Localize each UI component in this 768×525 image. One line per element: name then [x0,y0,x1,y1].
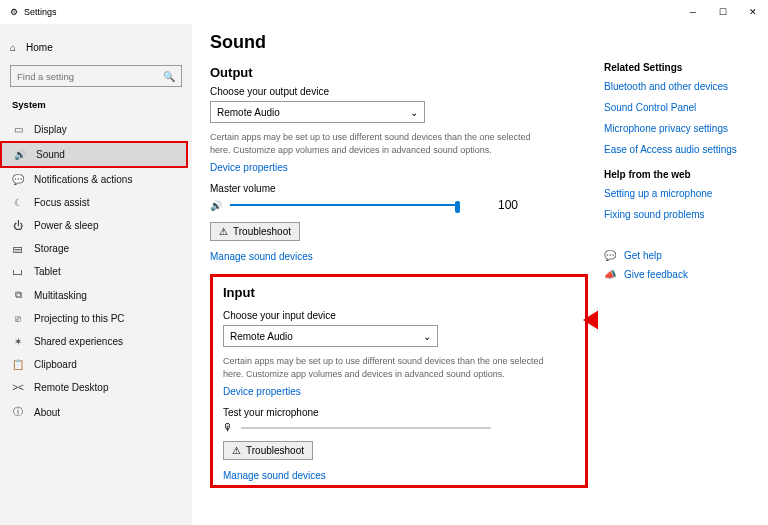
feedback-icon: 📣 [604,269,616,280]
nav-icon: >< [12,382,24,393]
test-mic-label: Test your microphone [223,407,575,418]
nav-icon: ⧉ [12,289,24,301]
get-help-link[interactable]: 💬 Get help [604,250,758,261]
app-title: Settings [24,7,57,17]
sidebar-item-storage[interactable]: 🖴Storage [0,237,192,260]
input-heading: Input [223,285,575,300]
right-column: Related Settings Bluetooth and other dev… [598,32,758,525]
sidebar-item-remote-desktop[interactable]: ><Remote Desktop [0,376,192,399]
nav-label: Sound [36,149,65,160]
microphone-icon: 🎙 [223,422,233,433]
sidebar-item-about[interactable]: ⓘAbout [0,399,192,425]
annotation-arrow [583,295,598,345]
nav-label: Notifications & actions [34,174,132,185]
warning-icon: ⚠ [232,445,241,456]
input-desc: Certain apps may be set up to use differ… [223,355,563,380]
input-section: Input Choose your input device Remote Au… [210,274,588,488]
nav-icon: ☾ [12,197,24,208]
chevron-down-icon: ⌄ [410,107,418,118]
related-link[interactable]: Ease of Access audio settings [604,144,758,155]
volume-value: 100 [498,198,518,212]
nav-label: Remote Desktop [34,382,108,393]
master-volume-label: Master volume [210,183,588,194]
nav-icon: ⌴ [12,266,24,277]
nav-label: Clipboard [34,359,77,370]
input-device-dropdown[interactable]: Remote Audio ⌄ [223,325,438,347]
input-manage-link[interactable]: Manage sound devices [223,470,326,481]
mic-level-bar [241,427,491,429]
nav-label: Tablet [34,266,61,277]
nav-icon: ▭ [12,124,24,135]
sidebar-item-tablet[interactable]: ⌴Tablet [0,260,192,283]
related-link[interactable]: Microphone privacy settings [604,123,758,134]
sidebar-item-power-sleep[interactable]: ⏻Power & sleep [0,214,192,237]
help-link[interactable]: Fixing sound problems [604,209,758,220]
output-props-link[interactable]: Device properties [210,162,288,173]
output-troubleshoot-button[interactable]: ⚠ Troubleshoot [210,222,300,241]
svg-marker-0 [583,299,598,341]
related-heading: Related Settings [604,62,758,73]
home-label: Home [26,42,53,53]
output-heading: Output [210,65,588,80]
output-device-dropdown[interactable]: Remote Audio ⌄ [210,101,425,123]
input-device-value: Remote Audio [230,331,293,342]
nav-icon: ✶ [12,336,24,347]
nav-label: Power & sleep [34,220,98,231]
output-device-value: Remote Audio [217,107,280,118]
minimize-button[interactable]: ─ [678,0,708,24]
help-link[interactable]: Setting up a microphone [604,188,758,199]
sidebar-item-multitasking[interactable]: ⧉Multitasking [0,283,192,307]
nav-icon: 💬 [12,174,24,185]
input-choose-label: Choose your input device [223,310,575,321]
search-icon: 🔍 [163,71,175,82]
category-label: System [0,91,192,114]
sidebar-item-shared-experiences[interactable]: ✶Shared experiences [0,330,192,353]
feedback-link[interactable]: 📣 Give feedback [604,269,758,280]
nav-label: Multitasking [34,290,87,301]
sidebar-item-display[interactable]: ▭Display [0,118,192,141]
help-icon: 💬 [604,250,616,261]
sidebar-item-focus-assist[interactable]: ☾Focus assist [0,191,192,214]
nav-label: Display [34,124,67,135]
home-icon: ⌂ [10,42,16,53]
related-link[interactable]: Bluetooth and other devices [604,81,758,92]
page-title: Sound [210,32,588,53]
nav-label: Projecting to this PC [34,313,125,324]
nav-label: Shared experiences [34,336,123,347]
nav-label: Storage [34,243,69,254]
nav-icon: ⎚ [12,313,24,324]
input-troubleshoot-button[interactable]: ⚠ Troubleshoot [223,441,313,460]
sidebar-item-sound[interactable]: 🔊Sound [2,143,186,166]
nav-icon: 📋 [12,359,24,370]
sidebar-item-projecting-to-this-pc[interactable]: ⎚Projecting to this PC [0,307,192,330]
help-heading: Help from the web [604,169,758,180]
nav-label: About [34,407,60,418]
warning-icon: ⚠ [219,226,228,237]
nav-icon: ⓘ [12,405,24,419]
nav-label: Focus assist [34,197,90,208]
input-props-link[interactable]: Device properties [223,386,301,397]
close-button[interactable]: ✕ [738,0,768,24]
app-icon: ⚙ [10,7,18,17]
home-nav[interactable]: ⌂ Home [0,38,192,57]
search-box[interactable]: 🔍 [10,65,182,87]
nav-icon: 🔊 [14,149,26,160]
sidebar: ⌂ Home 🔍 System ▭Display🔊Sound💬Notificat… [0,24,192,525]
maximize-button[interactable]: ☐ [708,0,738,24]
titlebar: ⚙ Settings ─ ☐ ✕ [0,0,768,24]
search-input[interactable] [17,71,163,82]
nav-icon: ⏻ [12,220,24,231]
output-desc: Certain apps may be set up to use differ… [210,131,550,156]
speaker-icon[interactable]: 🔊 [210,200,222,211]
volume-slider[interactable] [230,199,460,211]
output-manage-link[interactable]: Manage sound devices [210,251,313,262]
nav-icon: 🖴 [12,243,24,254]
related-link[interactable]: Sound Control Panel [604,102,758,113]
output-choose-label: Choose your output device [210,86,588,97]
chevron-down-icon: ⌄ [423,331,431,342]
sidebar-item-notifications-actions[interactable]: 💬Notifications & actions [0,168,192,191]
sidebar-item-clipboard[interactable]: 📋Clipboard [0,353,192,376]
